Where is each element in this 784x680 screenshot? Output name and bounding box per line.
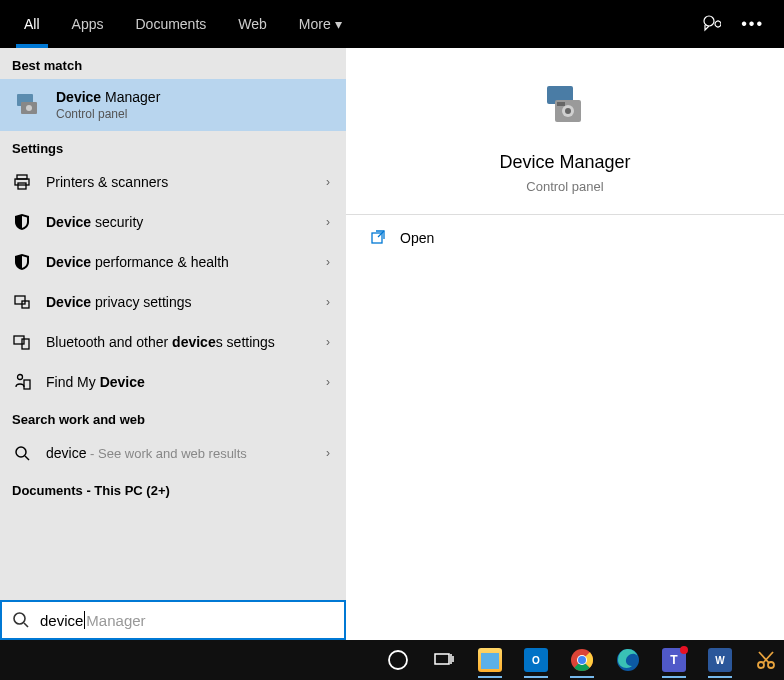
cortana-icon[interactable] [380, 642, 416, 678]
chevron-right-icon: › [326, 446, 330, 460]
open-icon [370, 229, 388, 247]
svg-line-21 [378, 231, 384, 237]
chevron-right-icon: › [326, 255, 330, 269]
feedback-icon[interactable] [701, 14, 721, 34]
setting-device-security[interactable]: Device security › [0, 202, 346, 242]
preview-title: Device Manager [499, 152, 630, 173]
more-options-icon[interactable]: ••• [741, 15, 764, 33]
svg-point-13 [16, 447, 26, 457]
taskbar: O T W [0, 640, 784, 680]
section-settings: Settings [0, 131, 346, 162]
best-match-title: Device Manager [56, 89, 160, 105]
svg-point-24 [389, 651, 407, 669]
svg-rect-12 [24, 380, 30, 389]
privacy-icon [12, 292, 32, 312]
word-icon[interactable]: W [702, 642, 738, 678]
setting-find-my-device[interactable]: Find My Device › [0, 362, 346, 402]
open-action[interactable]: Open [346, 215, 784, 261]
shield-icon [12, 252, 32, 272]
printer-icon [12, 172, 32, 192]
chevron-right-icon: › [326, 295, 330, 309]
preview-panel: Device Manager Control panel Open [346, 48, 784, 640]
svg-point-3 [26, 105, 32, 111]
preview-subtitle: Control panel [526, 179, 603, 194]
find-device-icon [12, 372, 32, 392]
svg-rect-6 [18, 183, 26, 189]
search-icon [12, 443, 32, 463]
best-match-item[interactable]: Device Manager Control panel [0, 79, 346, 131]
chrome-icon[interactable] [564, 642, 600, 678]
setting-bluetooth-devices[interactable]: Bluetooth and other devices settings › [0, 322, 346, 362]
tab-more[interactable]: More ▾ [283, 0, 358, 48]
file-explorer-icon[interactable] [472, 642, 508, 678]
section-documents: Documents - This PC (2+) [0, 473, 346, 504]
search-typed-text: device [40, 612, 83, 629]
shield-icon [12, 212, 32, 232]
setting-device-privacy[interactable]: Device privacy settings › [0, 282, 346, 322]
chevron-right-icon: › [326, 335, 330, 349]
task-view-icon[interactable] [426, 642, 462, 678]
device-manager-icon [12, 89, 44, 121]
section-search-web: Search work and web [0, 402, 346, 433]
svg-point-0 [704, 16, 714, 26]
snipping-tool-icon[interactable] [748, 642, 784, 678]
svg-point-11 [18, 375, 23, 380]
section-best-match: Best match [0, 48, 346, 79]
outlook-icon[interactable]: O [518, 642, 554, 678]
tab-web[interactable]: Web [222, 0, 283, 48]
web-search-item[interactable]: device - See work and web results › [0, 433, 346, 473]
svg-line-14 [25, 456, 29, 460]
svg-point-22 [14, 613, 25, 624]
setting-printers-scanners[interactable]: Printers & scanners › [0, 162, 346, 202]
svg-line-23 [24, 623, 28, 627]
device-manager-large-icon [537, 78, 593, 134]
tab-documents[interactable]: Documents [119, 0, 222, 48]
teams-icon[interactable]: T [656, 642, 692, 678]
open-label: Open [400, 230, 434, 246]
search-input[interactable]: device Manager [0, 600, 346, 640]
svg-rect-19 [557, 102, 565, 106]
chevron-right-icon: › [326, 215, 330, 229]
chevron-right-icon: › [326, 375, 330, 389]
text-cursor [84, 611, 85, 629]
chevron-right-icon: › [326, 175, 330, 189]
tab-apps[interactable]: Apps [56, 0, 120, 48]
svg-rect-5 [15, 179, 29, 185]
setting-device-performance[interactable]: Device performance & health › [0, 242, 346, 282]
results-panel: Best match Device Manager Control panel … [0, 48, 346, 640]
best-match-subtitle: Control panel [56, 107, 160, 121]
edge-icon[interactable] [610, 642, 646, 678]
svg-point-32 [578, 656, 586, 664]
tab-all[interactable]: All [8, 0, 56, 48]
svg-rect-7 [15, 296, 25, 304]
svg-rect-25 [435, 654, 449, 664]
search-suggestion: Manager [86, 612, 145, 629]
search-scope-tabs: All Apps Documents Web More ▾ ••• [0, 0, 784, 48]
svg-point-18 [565, 108, 571, 114]
search-icon [12, 611, 30, 629]
devices-icon [12, 332, 32, 352]
